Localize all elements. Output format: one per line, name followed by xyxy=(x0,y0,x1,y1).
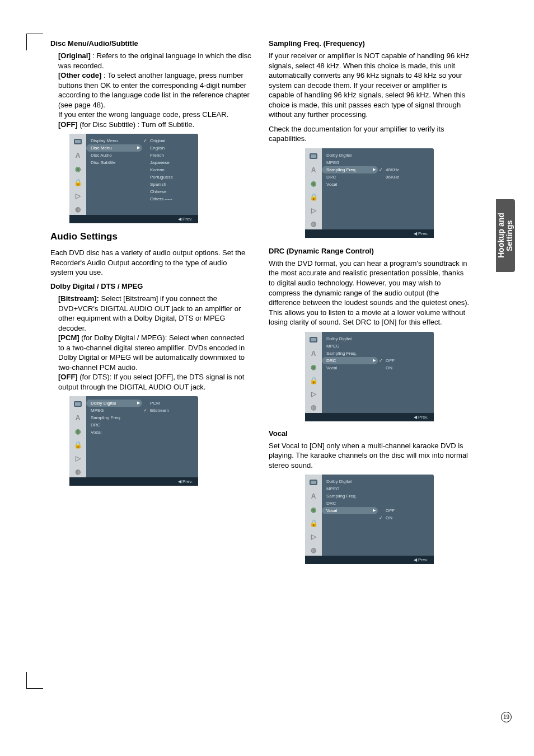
off-label: [OFF] xyxy=(58,120,78,129)
menu-left-pane: Dolby Digital MPEG Sampling Freq.▶ DRC V… xyxy=(322,148,378,229)
menu-left-pane: Display Menu Disc Menu▶ Disc Audio Disc … xyxy=(86,134,142,215)
pcm-text: (for Dolby Digital / MPEG): Select when … xyxy=(58,334,245,372)
menu-item[interactable]: DRC xyxy=(322,173,378,181)
menu-option[interactable]: ✓48KHz xyxy=(378,166,434,173)
menu-item-selected[interactable]: Vocal▶ xyxy=(322,507,378,514)
screen-icon xyxy=(308,335,319,345)
screen-icon xyxy=(72,400,83,410)
menu-screenshot-vocal: A ◉ 🔒 ▷ ◍ Dolby Digital MPEG Sampling Fr… xyxy=(305,475,434,564)
audio-icon: ◉ xyxy=(308,179,319,189)
menu-option[interactable]: ✓Bitstream xyxy=(142,407,198,414)
sampling-title: Sampling Freq. (Frequency) xyxy=(269,39,470,48)
menu-option[interactable]: Others ----- xyxy=(142,195,198,203)
svg-rect-3 xyxy=(75,402,81,406)
menu-item[interactable]: Display Menu xyxy=(86,137,142,144)
audio-icon: ◉ xyxy=(72,164,83,174)
lock-icon: 🔒 xyxy=(308,518,319,528)
menu-icon-bar: A ◉ 🔒 ▷ ◍ xyxy=(305,332,322,413)
menu-option[interactable]: Spanish xyxy=(142,181,198,188)
menu-item[interactable]: Disc Audio xyxy=(86,152,142,159)
menu-right-pane: OFF ✓ON xyxy=(378,475,434,556)
menu-item[interactable]: Sampling Freq. xyxy=(322,492,378,500)
svg-rect-5 xyxy=(311,154,316,158)
audio-icon: ◉ xyxy=(308,505,319,515)
menu-option[interactable]: ✓OFF xyxy=(378,357,434,364)
menu-item[interactable]: Vocal xyxy=(322,181,378,188)
menu-item-selected[interactable]: Disc Menu▶ xyxy=(86,144,142,152)
check-icon: ✓ xyxy=(143,408,147,413)
check-icon: ✓ xyxy=(379,167,383,172)
menu-right-pane: ✓Original English French Japanese Korean… xyxy=(142,134,198,215)
menu-item[interactable]: MPEG xyxy=(322,159,378,166)
menu-item[interactable]: Vocal xyxy=(86,429,142,436)
menu-option[interactable]: 96KHz xyxy=(378,173,434,181)
menu-item[interactable]: Sampling Freq. xyxy=(86,414,142,421)
lock-icon: 🔒 xyxy=(308,192,319,202)
menu-item[interactable]: Dolby Digital xyxy=(322,152,378,159)
menu-screenshot-dolby: A ◉ 🔒 ▷ ◍ Dolby Digital▶ MPEG Sampling F… xyxy=(69,396,198,486)
menu-option[interactable]: ✓ON xyxy=(378,514,434,522)
menu-option[interactable]: Korean xyxy=(142,166,198,173)
vocal-title: Vocal xyxy=(269,429,470,438)
menu-item[interactable]: MPEG xyxy=(322,342,378,350)
menu-icon-bar: A ◉ 🔒 ▷ ◍ xyxy=(305,148,322,229)
chevron-right-icon: ▶ xyxy=(373,508,376,513)
menu-option[interactable]: OFF xyxy=(378,507,434,514)
menu-item-selected[interactable]: Dolby Digital▶ xyxy=(86,400,142,407)
chevron-right-icon: ▶ xyxy=(373,358,376,363)
record-icon: ▷ xyxy=(308,205,319,215)
svg-rect-7 xyxy=(311,338,316,341)
menu-item[interactable]: Dolby Digital xyxy=(322,478,378,485)
bitstream-label: [Bitstream]: xyxy=(58,294,99,303)
menu-item[interactable]: Sampling Freq. xyxy=(322,350,378,357)
left-column: Disc Menu/Audio/Subtitle [Original] : Re… xyxy=(50,39,252,572)
menu-item[interactable]: MPEG xyxy=(86,407,142,414)
menu-option[interactable]: ON xyxy=(378,364,434,372)
disc-icon: ◍ xyxy=(308,402,319,412)
drc-title: DRC (Dynamic Range Control) xyxy=(269,247,470,255)
record-icon: ▷ xyxy=(308,389,319,399)
menu-option[interactable]: Portuguese xyxy=(142,173,198,181)
audio-settings-heading: Audio Settings xyxy=(50,231,252,242)
wrong-code-text: If you enter the wrong language code, pr… xyxy=(58,110,228,119)
menu-item[interactable]: MPEG xyxy=(322,485,378,492)
menu-left-pane: Dolby Digital MPEG Sampling Freq. DRC Vo… xyxy=(322,475,378,556)
menu-footer: ◀ Prev. xyxy=(305,556,434,564)
menu-option[interactable]: Chinese xyxy=(142,188,198,195)
disc-icon: ◍ xyxy=(308,219,319,229)
menu-option[interactable]: Japanese xyxy=(142,159,198,166)
off-text: (for Disc Subtitle) : Turn off Subtitle. xyxy=(78,120,195,129)
screen-icon xyxy=(308,478,319,488)
sampling-text: If your receiver or amplifier is NOT cap… xyxy=(269,51,470,120)
menu-item-selected[interactable]: DRC▶ xyxy=(322,357,378,364)
disc-icon: ◍ xyxy=(308,545,319,555)
dolby-body: [Bitstream]: Select [Bitstream] if you c… xyxy=(50,294,252,392)
language-icon: A xyxy=(72,413,83,423)
menu-item-selected[interactable]: Sampling Freq.▶ xyxy=(322,166,378,173)
language-icon: A xyxy=(308,349,319,359)
menu-option[interactable]: French xyxy=(142,152,198,159)
menu-option[interactable]: English xyxy=(142,144,198,152)
menu-item[interactable]: Dolby Digital xyxy=(322,335,378,342)
menu-option[interactable]: ✓Original xyxy=(142,137,198,144)
menu-item[interactable]: DRC xyxy=(86,421,142,429)
menu-option[interactable]: PCM xyxy=(142,400,198,407)
check-icon: ✓ xyxy=(143,138,147,143)
menu-footer: ◀ Prev. xyxy=(305,413,434,421)
menu-item[interactable]: Disc Subtitle xyxy=(86,159,142,166)
menu-icon-bar: A ◉ 🔒 ▷ ◍ xyxy=(69,396,86,477)
disc-icon: ◍ xyxy=(72,204,83,214)
disc-menu-title: Disc Menu/Audio/Subtitle xyxy=(50,39,252,48)
menu-screenshot-language: A ◉ 🔒 ▷ ◍ Display Menu Disc Menu▶ Disc A… xyxy=(69,134,198,223)
menu-item[interactable]: Vocal xyxy=(322,364,378,372)
menu-screenshot-drc: A ◉ 🔒 ▷ ◍ Dolby Digital MPEG Sampling Fr… xyxy=(305,332,434,421)
dts-off-text: (for DTS): If you select [OFF], the DTS … xyxy=(58,373,244,391)
check-icon: ✓ xyxy=(379,358,383,363)
menu-screenshot-sampling: A ◉ 🔒 ▷ ◍ Dolby Digital MPEG Sampling Fr… xyxy=(305,148,434,238)
disc-icon: ◍ xyxy=(72,467,83,477)
dolby-title: Dolby Digital / DTS / MPEG xyxy=(50,282,252,290)
menu-footer: ◀ Prev. xyxy=(305,229,434,238)
menu-item[interactable]: DRC xyxy=(322,500,378,507)
original-label: [Original] xyxy=(58,51,91,60)
lock-icon: 🔒 xyxy=(72,177,83,187)
